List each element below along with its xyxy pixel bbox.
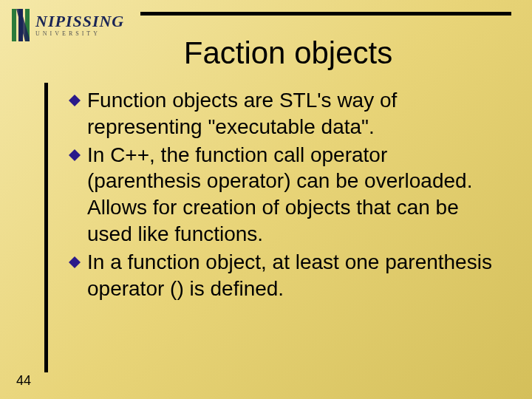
svg-marker-6 bbox=[69, 256, 81, 268]
diamond-bullet-icon bbox=[68, 94, 81, 107]
bullet-text: Function objects are STL's way of repres… bbox=[87, 87, 502, 140]
logo-text: NIPISSING UNIVERSITY bbox=[35, 13, 124, 37]
svg-marker-4 bbox=[69, 95, 81, 106]
bullet-text: In C++, the function call operator (pare… bbox=[87, 142, 502, 248]
list-item: In C++, the function call operator (pare… bbox=[68, 142, 502, 248]
slide-title: Faction objects bbox=[0, 35, 532, 71]
slide-content: Function objects are STL's way of repres… bbox=[68, 87, 502, 304]
page-number: 44 bbox=[16, 373, 31, 389]
list-item: Function objects are STL's way of repres… bbox=[68, 87, 502, 140]
side-divider bbox=[44, 83, 48, 372]
diamond-bullet-icon bbox=[68, 256, 81, 269]
list-item: In a function object, at least one paren… bbox=[68, 249, 502, 302]
svg-marker-5 bbox=[69, 149, 81, 161]
diamond-bullet-icon bbox=[68, 149, 81, 162]
top-divider bbox=[140, 12, 511, 16]
bullet-text: In a function object, at least one paren… bbox=[87, 249, 502, 302]
logo-name: NIPISSING bbox=[35, 13, 124, 30]
